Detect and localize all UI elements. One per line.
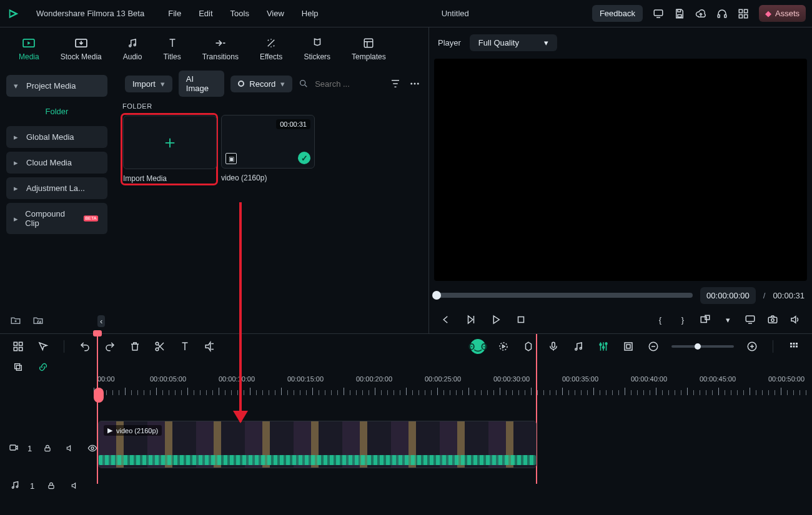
menu-view[interactable]: View bbox=[267, 9, 284, 18]
chevron-down-icon[interactable]: ▾ bbox=[721, 313, 735, 326]
clip-caption: video (2160p) bbox=[221, 174, 315, 182]
headset-icon[interactable] bbox=[716, 8, 728, 19]
sidebar-item-compound-clip[interactable]: ▸ Compound Clip BETA bbox=[6, 203, 107, 234]
mute-icon[interactable] bbox=[63, 441, 77, 455]
stop-icon[interactable] bbox=[514, 313, 528, 326]
ai-smile-icon[interactable]: ʘ‿ʘ bbox=[470, 339, 485, 354]
preview-viewport[interactable] bbox=[434, 59, 807, 281]
mute-icon[interactable] bbox=[68, 479, 82, 493]
beta-badge: BETA bbox=[84, 215, 98, 222]
lock-icon[interactable] bbox=[44, 479, 58, 493]
grid-icon[interactable] bbox=[738, 8, 749, 19]
snapshot-icon[interactable] bbox=[766, 313, 780, 326]
tab-templates[interactable]: Templates bbox=[352, 37, 386, 61]
menu-help[interactable]: Help bbox=[302, 9, 319, 18]
selection-flag[interactable] bbox=[94, 388, 104, 403]
menubar: Wondershare Filmora 13 Beta File Edit To… bbox=[0, 0, 812, 27]
text-icon[interactable] bbox=[178, 340, 192, 353]
quality-dropdown[interactable]: Full Quality▾ bbox=[470, 34, 557, 51]
svg-point-14 bbox=[300, 81, 305, 86]
new-folder-icon[interactable] bbox=[9, 313, 22, 327]
sidebar-item-adjustment-layer[interactable]: ▸ Adjustment La... bbox=[6, 177, 107, 199]
record-button[interactable]: Record▾ bbox=[230, 76, 292, 92]
mixer-icon[interactable] bbox=[597, 340, 610, 353]
ai-image-button[interactable]: AI Image bbox=[179, 71, 224, 97]
volume-icon[interactable] bbox=[788, 313, 802, 326]
crop-icon[interactable] bbox=[621, 340, 635, 353]
svg-point-11 bbox=[129, 45, 131, 47]
zoom-knob[interactable] bbox=[695, 343, 701, 350]
scrub-knob[interactable] bbox=[432, 291, 441, 300]
sidebar-item-folder[interactable]: Folder bbox=[6, 101, 107, 122]
more-icon[interactable] bbox=[408, 77, 421, 91]
monitor-icon[interactable] bbox=[653, 8, 664, 19]
split-icon[interactable] bbox=[153, 340, 167, 353]
time-separator: / bbox=[763, 291, 766, 300]
prev-frame-icon[interactable] bbox=[439, 313, 453, 326]
tab-titles[interactable]: Titles bbox=[163, 37, 181, 61]
undo-icon[interactable] bbox=[78, 340, 92, 353]
sidebar-item-cloud-media[interactable]: ▸ Cloud Media bbox=[6, 152, 107, 174]
timeline-ruler[interactable]: 00:00 00:00:05:00 00:00:10:00 00:00:15:0… bbox=[94, 375, 812, 395]
svg-point-30 bbox=[500, 343, 507, 350]
import-button[interactable]: Import▾ bbox=[125, 76, 172, 92]
sidebar-collapse-button[interactable]: ‹ bbox=[97, 315, 105, 327]
menu-edit[interactable]: Edit bbox=[199, 9, 212, 18]
player-current-time: 00:00:00:00 bbox=[700, 287, 756, 304]
filter-icon[interactable] bbox=[389, 77, 402, 91]
assets-button[interactable]: ◆Assets bbox=[759, 5, 806, 22]
refresh-folder-icon[interactable] bbox=[31, 313, 45, 327]
ratio-icon[interactable] bbox=[698, 313, 712, 326]
play-icon[interactable] bbox=[489, 313, 503, 326]
tab-effects[interactable]: Effects bbox=[260, 37, 282, 61]
media-content: Import▾ AI Image Record▾ FOLDER ＋ Import… bbox=[117, 71, 428, 333]
mark-out-icon[interactable]: } bbox=[676, 313, 690, 326]
zoom-slider[interactable] bbox=[671, 345, 734, 348]
cursor-icon[interactable] bbox=[36, 340, 50, 353]
layout-icon[interactable] bbox=[11, 340, 25, 353]
selection-end[interactable] bbox=[536, 334, 537, 484]
timeline-clip[interactable]: ▶video (2160p) bbox=[99, 421, 536, 468]
lock-icon[interactable] bbox=[41, 441, 54, 455]
timeline-view-icon[interactable] bbox=[787, 340, 801, 353]
tab-transitions[interactable]: Transitions bbox=[202, 37, 239, 61]
tab-audio[interactable]: Audio bbox=[123, 37, 142, 61]
mark-in-icon[interactable]: { bbox=[653, 313, 667, 326]
zoom-out-icon[interactable] bbox=[646, 340, 660, 353]
redo-icon[interactable] bbox=[103, 340, 117, 353]
display-icon[interactable] bbox=[743, 313, 757, 326]
render-icon[interactable] bbox=[497, 340, 510, 353]
sidebar-item-global-media[interactable]: ▸ Global Media bbox=[6, 126, 107, 148]
sidebar-item-project-media[interactable]: ▾ Project Media bbox=[6, 75, 107, 97]
feedback-button[interactable]: Feedback bbox=[592, 5, 643, 22]
search-field[interactable] bbox=[299, 79, 382, 89]
import-media-tile[interactable]: ＋ Import Media bbox=[122, 115, 216, 184]
titlebar-tools: Feedback ◆Assets bbox=[592, 5, 806, 22]
tab-media[interactable]: Media bbox=[19, 37, 39, 61]
delete-icon[interactable] bbox=[128, 340, 142, 353]
search-input[interactable] bbox=[314, 79, 382, 89]
save-icon[interactable] bbox=[674, 8, 685, 19]
tab-stock-media[interactable]: Stock Media bbox=[61, 37, 102, 61]
menu-tools[interactable]: Tools bbox=[230, 9, 249, 18]
svg-rect-41 bbox=[790, 343, 792, 345]
play-next-icon[interactable] bbox=[464, 313, 478, 326]
playhead[interactable] bbox=[97, 334, 98, 484]
zoom-in-icon[interactable] bbox=[745, 340, 759, 353]
link-icon[interactable] bbox=[36, 360, 50, 374]
media-clip-tile[interactable]: 00:00:31 ▣ ✓ video (2160p) bbox=[221, 115, 315, 184]
voice-icon[interactable] bbox=[547, 340, 560, 353]
scrub-track[interactable] bbox=[437, 293, 693, 298]
marker-icon[interactable] bbox=[522, 340, 535, 353]
duplicate-icon[interactable] bbox=[11, 360, 25, 374]
record-label: Record bbox=[249, 79, 275, 89]
speed-icon[interactable] bbox=[203, 340, 217, 353]
music-icon[interactable] bbox=[572, 340, 585, 353]
chevron-down-icon: ▾ bbox=[161, 79, 165, 89]
import-media-caption: Import Media bbox=[123, 174, 215, 183]
cloud-upload-icon[interactable] bbox=[695, 8, 706, 19]
tab-stickers[interactable]: Stickers bbox=[304, 37, 330, 61]
templates-icon bbox=[362, 37, 375, 49]
menu-file[interactable]: File bbox=[168, 9, 181, 18]
search-icon bbox=[299, 79, 309, 89]
